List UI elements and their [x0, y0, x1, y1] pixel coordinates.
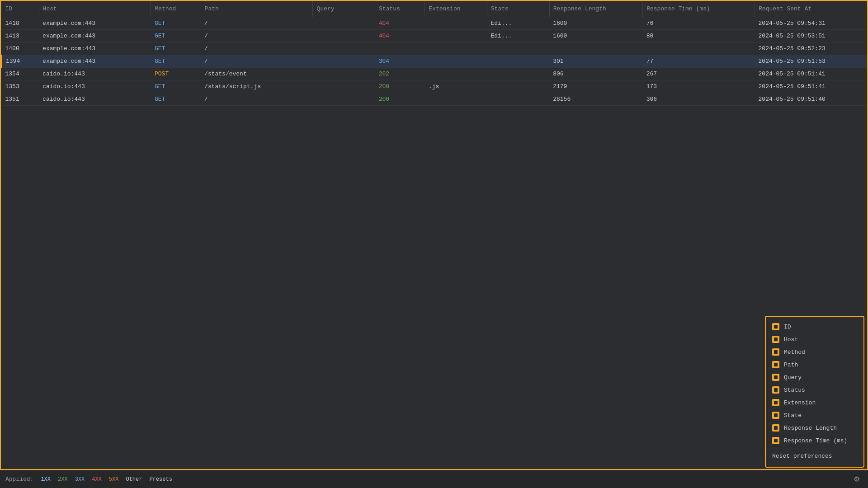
- cell-method: GET: [151, 42, 201, 55]
- cell-response-length: 1600: [549, 30, 643, 42]
- filter-3xx[interactable]: 3XX: [73, 475, 87, 483]
- col-header-path[interactable]: Path: [201, 1, 313, 17]
- filter-other[interactable]: Other: [124, 475, 144, 483]
- table-row[interactable]: 1351 caido.io:443 GET / 200 28156 306 20…: [2, 93, 867, 106]
- filter-5xx[interactable]: 5XX: [107, 475, 121, 483]
- pref-checkbox-inner: [774, 338, 778, 341]
- pref-item[interactable]: Response Length: [766, 422, 863, 434]
- pref-item[interactable]: Response Time (ms): [766, 434, 863, 447]
- cell-path: /stats/event: [201, 68, 313, 80]
- cell-host: caido.io:443: [39, 68, 151, 80]
- cell-id: 1400: [2, 42, 39, 55]
- cell-response-length: 2179: [549, 80, 643, 93]
- cell-path: /: [201, 93, 313, 106]
- pref-item[interactable]: State: [766, 409, 863, 422]
- cell-extension: [425, 68, 487, 80]
- bottom-bar: Applied: 1XX 2XX 3XX 4XX 5XX Other Prese…: [0, 470, 868, 488]
- cell-state: [487, 42, 549, 55]
- pref-checkbox: [772, 386, 779, 394]
- pref-item[interactable]: Method: [766, 346, 863, 358]
- filter-2xx[interactable]: 2XX: [56, 475, 70, 483]
- cell-extension: [425, 17, 487, 30]
- col-header-response-length[interactable]: Response Length: [549, 1, 643, 17]
- pref-checkbox-inner: [774, 325, 778, 328]
- filter-1xx[interactable]: 1XX: [39, 475, 52, 483]
- col-header-query[interactable]: Query: [313, 1, 375, 17]
- cell-response-length: 28156: [549, 93, 643, 106]
- pref-item[interactable]: Query: [766, 371, 863, 384]
- cell-response-time: 306: [643, 93, 755, 106]
- cell-request-sent: 2024-05-25 09:54:31: [755, 17, 867, 30]
- cell-method: GET: [151, 80, 201, 93]
- cell-response-time: 80: [643, 30, 755, 42]
- reset-preferences-button[interactable]: Reset preferences: [766, 449, 863, 463]
- cell-request-sent: 2024-05-25 09:51:40: [755, 93, 867, 106]
- pref-item[interactable]: Extension: [766, 396, 863, 409]
- pref-checkbox-inner: [774, 439, 778, 442]
- col-header-state[interactable]: State: [487, 1, 549, 17]
- cell-state: [487, 55, 549, 68]
- cell-state: Edi...: [487, 30, 549, 42]
- pref-checkbox: [772, 437, 779, 444]
- col-header-extension[interactable]: Extension: [425, 1, 487, 17]
- cell-host: example.com:443: [39, 55, 151, 68]
- cell-id: 1353: [2, 80, 39, 93]
- cell-status: 200: [375, 80, 425, 93]
- gear-button[interactable]: ⚙: [851, 473, 863, 485]
- cell-query: [313, 68, 375, 80]
- table-row[interactable]: 1413 example.com:443 GET / 404 Edi... 16…: [2, 30, 867, 42]
- pref-label: Method: [784, 349, 805, 356]
- pref-label: Host: [784, 336, 798, 343]
- pref-checkbox-inner: [774, 350, 778, 354]
- filter-presets[interactable]: Presets: [147, 475, 174, 483]
- cell-state: [487, 80, 549, 93]
- cell-host: caido.io:443: [39, 80, 151, 93]
- cell-response-time: 267: [643, 68, 755, 80]
- cell-response-length: 1600: [549, 17, 643, 30]
- pref-checkbox-inner: [774, 375, 778, 379]
- pref-checkbox-inner: [774, 363, 778, 366]
- cell-request-sent: 2024-05-25 09:53:51: [755, 30, 867, 42]
- cell-path: /: [201, 17, 313, 30]
- cell-state: [487, 68, 549, 80]
- pref-label: ID: [784, 324, 791, 330]
- pref-label: State: [784, 412, 802, 419]
- cell-status: 404: [375, 30, 425, 42]
- col-header-id[interactable]: ID: [2, 1, 39, 17]
- cell-query: [313, 93, 375, 106]
- main-table-container: ID Host Method Path Query Status Extensi…: [0, 0, 868, 470]
- cell-path: /: [201, 42, 313, 55]
- table-row[interactable]: 1418 example.com:443 GET / 404 Edi... 16…: [2, 17, 867, 30]
- table-row[interactable]: 1400 example.com:443 GET / 2024-05-25 09…: [2, 42, 867, 55]
- cell-request-sent: 2024-05-25 09:52:23: [755, 42, 867, 55]
- pref-checkbox: [772, 424, 779, 432]
- cell-status: 202: [375, 68, 425, 80]
- col-header-method[interactable]: Method: [151, 1, 201, 17]
- cell-response-time: [643, 42, 755, 55]
- cell-query: [313, 30, 375, 42]
- table-row[interactable]: 1394 example.com:443 GET / 304 301 77 20…: [2, 55, 867, 68]
- col-header-response-time[interactable]: Response Time (ms): [643, 1, 755, 17]
- table-row[interactable]: 1353 caido.io:443 GET /stats/script.js 2…: [2, 80, 867, 93]
- cell-extension: [425, 55, 487, 68]
- col-header-host[interactable]: Host: [39, 1, 151, 17]
- cell-status: 404: [375, 17, 425, 30]
- cell-path: /: [201, 30, 313, 42]
- pref-item[interactable]: Path: [766, 358, 863, 371]
- table-row[interactable]: 1354 caido.io:443 POST /stats/event 202 …: [2, 68, 867, 80]
- col-header-request-sent[interactable]: Request Sent At: [755, 1, 867, 17]
- cell-state: Edi...: [487, 17, 549, 30]
- cell-response-time: 173: [643, 80, 755, 93]
- cell-host: example.com:443: [39, 30, 151, 42]
- cell-path: /: [201, 55, 313, 68]
- filter-4xx[interactable]: 4XX: [90, 475, 104, 483]
- pref-item[interactable]: ID: [766, 320, 863, 333]
- pref-item[interactable]: Host: [766, 333, 863, 346]
- pref-item[interactable]: Status: [766, 384, 863, 396]
- col-header-status[interactable]: Status: [375, 1, 425, 17]
- cell-response-time: 76: [643, 17, 755, 30]
- cell-response-length: [549, 42, 643, 55]
- table-header-row: ID Host Method Path Query Status Extensi…: [2, 1, 867, 17]
- pref-checkbox: [772, 361, 779, 368]
- pref-checkbox: [772, 348, 779, 356]
